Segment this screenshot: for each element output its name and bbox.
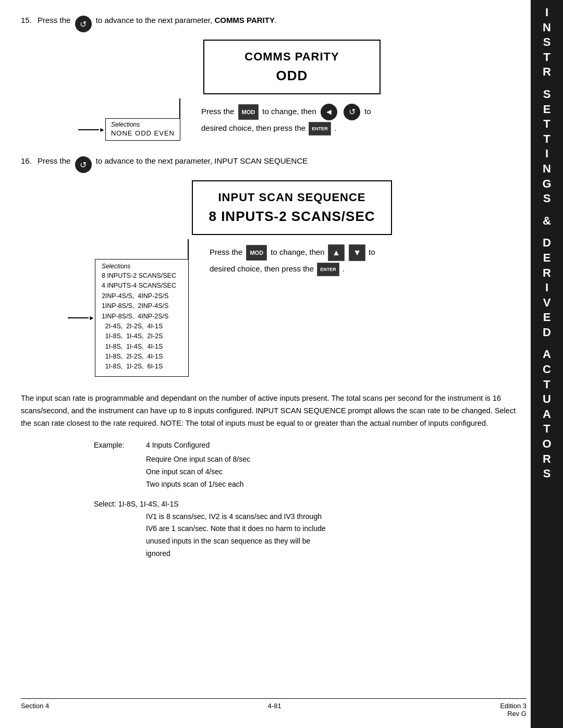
input-scan-selections-values: 8 INPUTS-2 SCANS/SEC 4 INPUTS-4 SCANS/SE… — [102, 271, 182, 372]
step-16-text-pre: Press the — [38, 156, 70, 165]
sidebar-letter-e2: E — [543, 251, 551, 266]
select-detail-2: unused inputs in the scan sequence as th… — [146, 535, 521, 548]
select-detail-1: IV6 are 1 scan/sec. Note that it does no… — [146, 523, 521, 535]
sel-line-0: 8 INPUTS-2 SCANS/SEC — [102, 271, 182, 281]
sel-line-8: 1I-8S, 2I-2S, 4I-1S — [102, 352, 182, 362]
footer-section: Section 4 — [21, 702, 49, 718]
main-content: 15. Press the ↺ to advance to the next p… — [21, 0, 521, 591]
sidebar-letter-u: U — [543, 392, 551, 407]
back-arrow-icon-1: ◄ — [321, 104, 337, 120]
comms-parity-selections-label: Selections — [111, 121, 175, 128]
sidebar-letter-t2: T — [543, 117, 550, 132]
sidebar-letter-t4: T — [543, 377, 550, 392]
comms-parity-instr-line1: Press the MOD to change, then ◄ ↺ to — [201, 104, 371, 120]
enter-button-1[interactable]: ENTER — [309, 122, 331, 135]
sel-line-6: 1I-8S, 1I-4S, 2I-2S — [102, 331, 182, 341]
footer-page: 4-81 — [268, 702, 282, 718]
sidebar-letter-t: T — [543, 50, 550, 65]
step-16-number: 16. — [21, 156, 38, 165]
refresh-icon-15: ↺ — [75, 16, 92, 32]
sidebar-letter-e3: E — [543, 310, 551, 325]
footer-rev: Rev G — [500, 710, 527, 718]
sel-line-1: 4 INPUTS-4 SCANS/SEC — [102, 281, 182, 291]
sel-line-4: 1INP-8S/S, 4INP-2S/S — [102, 312, 182, 322]
sidebar-letter-e: E — [543, 102, 551, 117]
sidebar-letter-a: A — [543, 347, 551, 362]
input-scan-value: 8 INPUTS-2 SCANS/SEC — [209, 208, 375, 225]
sidebar-letter-n: N — [543, 20, 551, 35]
comms-parity-selections-box: Selections NONE ODD EVEN — [105, 118, 180, 141]
example-line-0: Require One input scan of 8/sec — [146, 453, 521, 466]
step-16-advance-text: to advance to the next parameter, INPUT … — [96, 156, 308, 165]
sidebar-letter-g: G — [542, 177, 551, 192]
comms-parity-display: COMMS PARITY ODD — [203, 40, 381, 94]
comms-parity-value: ODD — [220, 68, 364, 84]
example-line-2: Two inputs scan of 1/sec each — [146, 478, 521, 491]
sidebar-letter-s3: S — [543, 191, 551, 206]
example-label: Example: — [94, 439, 146, 452]
input-scan-instr-line1: Press the MOD to change, then ▲ ▼ to — [210, 244, 375, 261]
input-scan-instr-line2: desired choice, then press the ENTER . — [210, 261, 375, 277]
refresh-icon-16: ↺ — [75, 156, 92, 173]
sidebar-letter-i2: I — [545, 146, 548, 162]
sel-line-3: 1INP-8S/S, 2INP-4S/S — [102, 301, 182, 311]
step-16-line: 16. Press the ↺ to advance to the next p… — [21, 156, 521, 173]
comms-parity-selections-values: NONE ODD EVEN — [111, 129, 175, 137]
example-col1: 4 Inputs Configured — [146, 439, 210, 452]
step-15-advance-text: to advance to the next parameter, — [96, 16, 212, 24]
sidebar-letter-t3: T — [543, 132, 550, 147]
sidebar-letter-d2: D — [543, 325, 551, 340]
footer-edition: Edition 3 — [500, 702, 527, 710]
sel-line-7: 1I-8S, 1I-4S, 4I-1S — [102, 342, 182, 352]
input-scan-selections-label: Selections — [102, 263, 182, 270]
up-arrow-icon: ▲ — [328, 244, 345, 261]
sidebar-letter-s: S — [543, 35, 551, 50]
down-arrow-icon: ▼ — [349, 244, 365, 261]
sidebar-letter-d: D — [543, 236, 551, 251]
sidebar-letter-amp: & — [543, 214, 551, 229]
sidebar-letter-i3: I — [545, 280, 548, 295]
step-15-number: 15. — [21, 16, 38, 24]
step-16-block: 16. Press the ↺ to advance to the next p… — [21, 156, 521, 377]
right-sidebar: I N S T R S E T T I N G S & D E R I V E … — [531, 0, 563, 728]
example-line-1: One input scan of 4/sec — [146, 466, 521, 478]
step-15-text-pre: Press the — [38, 16, 70, 24]
sidebar-letter-r: R — [543, 65, 551, 80]
select-line: Select: 1I-8S, 1I-4S, 4I-1S — [94, 498, 521, 511]
mod-button-2[interactable]: MOD — [246, 245, 267, 261]
sidebar-letter-s4: S — [543, 466, 551, 482]
sidebar-letter-v: V — [543, 295, 551, 311]
input-scan-display: INPUT SCAN SEQUENCE 8 INPUTS-2 SCANS/SEC — [192, 180, 391, 235]
select-detail-3: ignored — [146, 548, 521, 560]
example-section: Example: 4 Inputs Configured Require One… — [94, 439, 521, 560]
sidebar-letter-o: O — [542, 437, 551, 452]
comms-parity-instr-line2: desired choice, then press the ENTER . — [201, 120, 371, 136]
sidebar-letter-t5: T — [543, 422, 550, 437]
sidebar-letter-n2: N — [543, 162, 551, 177]
sidebar-letter-r: R — [543, 266, 551, 281]
mod-button-1[interactable]: MOD — [238, 104, 259, 120]
sel-line-9: 1I-8S, 1I-2S, 6I-1S — [102, 362, 182, 372]
sidebar-letter-a2: A — [543, 407, 551, 422]
sel-line-2: 2INP-4S/S, 4INP-2S/S — [102, 291, 182, 301]
sidebar-letter-r2: R — [543, 452, 551, 467]
refresh-icon-1: ↺ — [344, 104, 360, 120]
step-15-block: 15. Press the ↺ to advance to the next p… — [21, 16, 521, 141]
enter-button-2[interactable]: ENTER — [317, 263, 339, 276]
input-scan-selections-box: Selections 8 INPUTS-2 SCANS/SEC 4 INPUTS… — [95, 259, 189, 377]
select-detail-0: IV1 is 8 scans/sec, IV2 is 4 scans/sec a… — [146, 511, 521, 523]
input-scan-title: INPUT SCAN SEQUENCE — [209, 191, 375, 204]
sidebar-letter-c: C — [543, 362, 551, 377]
sidebar-letter-i: I — [545, 5, 548, 20]
sidebar-letter-s2: S — [543, 87, 551, 102]
step-15-param-name: COMMS PARITY — [214, 16, 275, 24]
footer: Section 4 4-81 Edition 3 Rev G — [21, 698, 527, 718]
comms-parity-title: COMMS PARITY — [220, 50, 364, 64]
step-15-line: 15. Press the ↺ to advance to the next p… — [21, 16, 521, 32]
description-paragraph: The input scan rate is programmable and … — [21, 392, 521, 430]
sel-line-5: 2I-4S, 2I-2S, 4I-1S — [102, 322, 182, 331]
